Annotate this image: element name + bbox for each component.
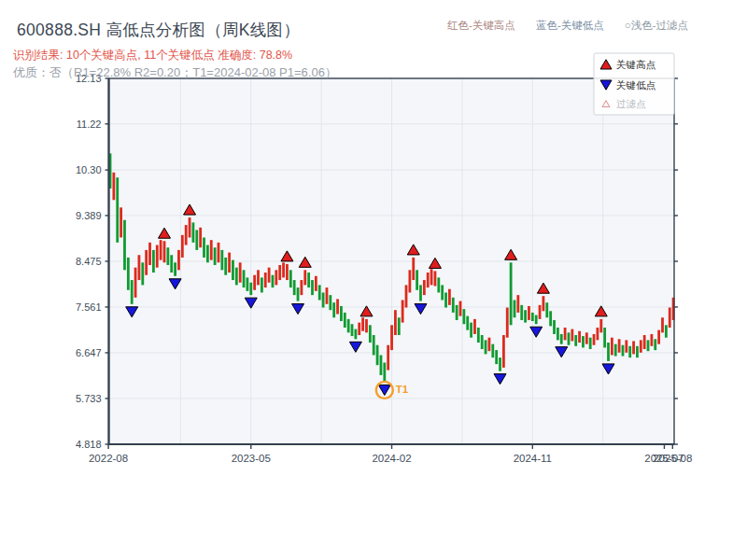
t1-label: T1: [396, 384, 409, 395]
chart-legend: 关键高点关键低点过滤点: [594, 53, 674, 115]
x-tick-label: 2022-08: [89, 453, 128, 464]
kline-chart: T112.1311.2210.309.3898.4757.5616.6475.7…: [0, 0, 747, 560]
x-axis-labels: 2022-082023-052024-022024-112025-072025-…: [89, 453, 692, 464]
legend-label: 过滤点: [616, 98, 646, 109]
page: { "header": { "title": "600888.SH 高低点分析图…: [0, 0, 747, 560]
x-tick-label: 2023-05: [232, 453, 271, 464]
page-title: 600888.SH 高低点分析图（周K线图）: [17, 19, 300, 41]
y-tick-label: 10.30: [76, 164, 102, 175]
y-tick-label: 8.475: [76, 256, 102, 267]
y-tick-label: 6.647: [76, 347, 102, 358]
y-tick-label: 11.22: [77, 119, 102, 130]
color-key-high: 红色-关键高点: [447, 20, 515, 31]
legend-label: 关键低点: [616, 79, 656, 91]
color-key-low: 蓝色-关键低点: [536, 20, 604, 31]
y-tick-label: 4.818: [76, 439, 102, 450]
x-tick-label: 2024-11: [514, 453, 552, 464]
x-tick-label: 2024-02: [372, 453, 411, 464]
y-tick-label: 7.561: [76, 301, 102, 313]
recognition-result-line: 识别结果: 10个关键高点, 11个关键低点 准确度: 78.8%: [13, 48, 292, 63]
color-key-filtered: ○浅色-过滤点: [625, 20, 688, 31]
y-tick-label: 9.389: [76, 210, 102, 221]
y-axis-labels: 12.1311.2210.309.3898.4757.5616.6475.733…: [76, 73, 102, 450]
y-tick-label: 5.733: [76, 393, 102, 404]
quality-line: 优质：否（R1=22.8% R2=0.20；T1=2024-02-08 P1=6…: [13, 64, 337, 81]
color-key-legend: 红色-关键高点蓝色-关键低点○浅色-过滤点: [447, 19, 688, 33]
legend-label: 关键高点: [616, 59, 656, 70]
x-tick-label: 2025-08: [653, 453, 692, 464]
